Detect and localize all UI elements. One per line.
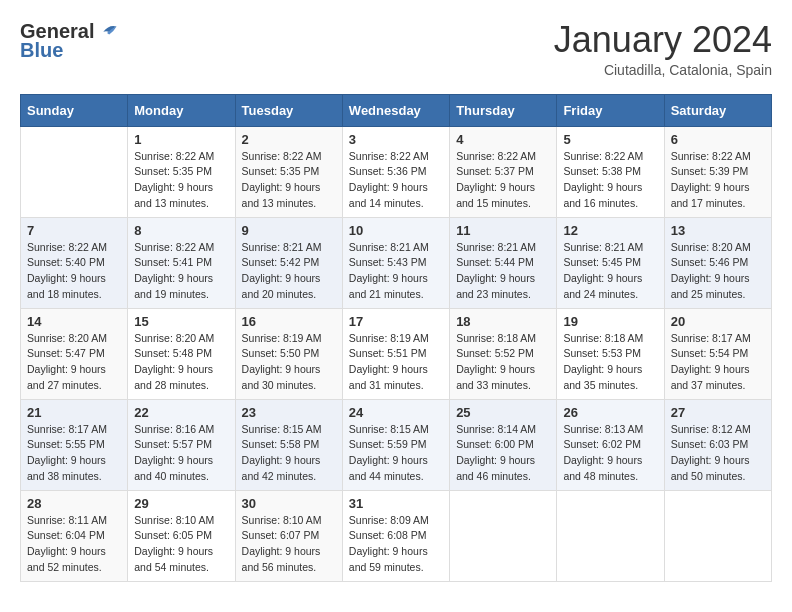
calendar-cell bbox=[664, 490, 771, 581]
header-friday: Friday bbox=[557, 94, 664, 126]
day-info: Sunrise: 8:09 AM Sunset: 6:08 PM Dayligh… bbox=[349, 513, 443, 576]
calendar-cell: 1Sunrise: 8:22 AM Sunset: 5:35 PM Daylig… bbox=[128, 126, 235, 217]
location: Ciutadilla, Catalonia, Spain bbox=[554, 62, 772, 78]
calendar-header-row: SundayMondayTuesdayWednesdayThursdayFrid… bbox=[21, 94, 772, 126]
calendar-cell: 12Sunrise: 8:21 AM Sunset: 5:45 PM Dayli… bbox=[557, 217, 664, 308]
day-info: Sunrise: 8:19 AM Sunset: 5:51 PM Dayligh… bbox=[349, 331, 443, 394]
calendar-cell: 3Sunrise: 8:22 AM Sunset: 5:36 PM Daylig… bbox=[342, 126, 449, 217]
day-number: 4 bbox=[456, 132, 550, 147]
week-row-1: 1Sunrise: 8:22 AM Sunset: 5:35 PM Daylig… bbox=[21, 126, 772, 217]
header: General Blue January 2024 Ciutadilla, Ca… bbox=[20, 20, 772, 78]
calendar-cell: 21Sunrise: 8:17 AM Sunset: 5:55 PM Dayli… bbox=[21, 399, 128, 490]
calendar-cell: 20Sunrise: 8:17 AM Sunset: 5:54 PM Dayli… bbox=[664, 308, 771, 399]
calendar-cell: 13Sunrise: 8:20 AM Sunset: 5:46 PM Dayli… bbox=[664, 217, 771, 308]
day-info: Sunrise: 8:21 AM Sunset: 5:44 PM Dayligh… bbox=[456, 240, 550, 303]
calendar-cell: 31Sunrise: 8:09 AM Sunset: 6:08 PM Dayli… bbox=[342, 490, 449, 581]
calendar-cell: 11Sunrise: 8:21 AM Sunset: 5:44 PM Dayli… bbox=[450, 217, 557, 308]
day-number: 18 bbox=[456, 314, 550, 329]
calendar-cell: 7Sunrise: 8:22 AM Sunset: 5:40 PM Daylig… bbox=[21, 217, 128, 308]
day-number: 6 bbox=[671, 132, 765, 147]
header-thursday: Thursday bbox=[450, 94, 557, 126]
day-number: 23 bbox=[242, 405, 336, 420]
day-info: Sunrise: 8:15 AM Sunset: 5:59 PM Dayligh… bbox=[349, 422, 443, 485]
day-number: 28 bbox=[27, 496, 121, 511]
day-info: Sunrise: 8:17 AM Sunset: 5:55 PM Dayligh… bbox=[27, 422, 121, 485]
day-info: Sunrise: 8:19 AM Sunset: 5:50 PM Dayligh… bbox=[242, 331, 336, 394]
calendar-cell: 6Sunrise: 8:22 AM Sunset: 5:39 PM Daylig… bbox=[664, 126, 771, 217]
week-row-5: 28Sunrise: 8:11 AM Sunset: 6:04 PM Dayli… bbox=[21, 490, 772, 581]
calendar-cell: 9Sunrise: 8:21 AM Sunset: 5:42 PM Daylig… bbox=[235, 217, 342, 308]
title-area: January 2024 Ciutadilla, Catalonia, Spai… bbox=[554, 20, 772, 78]
calendar-cell: 14Sunrise: 8:20 AM Sunset: 5:47 PM Dayli… bbox=[21, 308, 128, 399]
week-row-2: 7Sunrise: 8:22 AM Sunset: 5:40 PM Daylig… bbox=[21, 217, 772, 308]
calendar-cell bbox=[557, 490, 664, 581]
calendar-cell: 23Sunrise: 8:15 AM Sunset: 5:58 PM Dayli… bbox=[235, 399, 342, 490]
day-number: 10 bbox=[349, 223, 443, 238]
day-info: Sunrise: 8:21 AM Sunset: 5:45 PM Dayligh… bbox=[563, 240, 657, 303]
day-info: Sunrise: 8:22 AM Sunset: 5:40 PM Dayligh… bbox=[27, 240, 121, 303]
day-number: 12 bbox=[563, 223, 657, 238]
day-info: Sunrise: 8:14 AM Sunset: 6:00 PM Dayligh… bbox=[456, 422, 550, 485]
logo-bird-icon bbox=[96, 21, 118, 43]
day-info: Sunrise: 8:21 AM Sunset: 5:43 PM Dayligh… bbox=[349, 240, 443, 303]
day-info: Sunrise: 8:11 AM Sunset: 6:04 PM Dayligh… bbox=[27, 513, 121, 576]
header-monday: Monday bbox=[128, 94, 235, 126]
calendar-cell: 26Sunrise: 8:13 AM Sunset: 6:02 PM Dayli… bbox=[557, 399, 664, 490]
calendar-cell: 4Sunrise: 8:22 AM Sunset: 5:37 PM Daylig… bbox=[450, 126, 557, 217]
calendar-cell: 17Sunrise: 8:19 AM Sunset: 5:51 PM Dayli… bbox=[342, 308, 449, 399]
month-title: January 2024 bbox=[554, 20, 772, 60]
day-number: 17 bbox=[349, 314, 443, 329]
day-number: 24 bbox=[349, 405, 443, 420]
day-info: Sunrise: 8:20 AM Sunset: 5:47 PM Dayligh… bbox=[27, 331, 121, 394]
day-number: 31 bbox=[349, 496, 443, 511]
day-info: Sunrise: 8:10 AM Sunset: 6:07 PM Dayligh… bbox=[242, 513, 336, 576]
day-number: 22 bbox=[134, 405, 228, 420]
day-number: 16 bbox=[242, 314, 336, 329]
day-number: 14 bbox=[27, 314, 121, 329]
day-number: 15 bbox=[134, 314, 228, 329]
week-row-4: 21Sunrise: 8:17 AM Sunset: 5:55 PM Dayli… bbox=[21, 399, 772, 490]
day-info: Sunrise: 8:18 AM Sunset: 5:53 PM Dayligh… bbox=[563, 331, 657, 394]
calendar-cell: 28Sunrise: 8:11 AM Sunset: 6:04 PM Dayli… bbox=[21, 490, 128, 581]
day-number: 1 bbox=[134, 132, 228, 147]
calendar-cell bbox=[21, 126, 128, 217]
day-info: Sunrise: 8:10 AM Sunset: 6:05 PM Dayligh… bbox=[134, 513, 228, 576]
calendar-cell: 19Sunrise: 8:18 AM Sunset: 5:53 PM Dayli… bbox=[557, 308, 664, 399]
calendar-cell bbox=[450, 490, 557, 581]
header-saturday: Saturday bbox=[664, 94, 771, 126]
day-number: 3 bbox=[349, 132, 443, 147]
header-sunday: Sunday bbox=[21, 94, 128, 126]
day-number: 2 bbox=[242, 132, 336, 147]
calendar-cell: 24Sunrise: 8:15 AM Sunset: 5:59 PM Dayli… bbox=[342, 399, 449, 490]
calendar-cell: 29Sunrise: 8:10 AM Sunset: 6:05 PM Dayli… bbox=[128, 490, 235, 581]
calendar-cell: 18Sunrise: 8:18 AM Sunset: 5:52 PM Dayli… bbox=[450, 308, 557, 399]
logo: General Blue bbox=[20, 20, 118, 62]
day-number: 26 bbox=[563, 405, 657, 420]
day-number: 9 bbox=[242, 223, 336, 238]
day-number: 5 bbox=[563, 132, 657, 147]
day-info: Sunrise: 8:20 AM Sunset: 5:46 PM Dayligh… bbox=[671, 240, 765, 303]
day-number: 19 bbox=[563, 314, 657, 329]
header-wednesday: Wednesday bbox=[342, 94, 449, 126]
calendar-table: SundayMondayTuesdayWednesdayThursdayFrid… bbox=[20, 94, 772, 582]
day-info: Sunrise: 8:16 AM Sunset: 5:57 PM Dayligh… bbox=[134, 422, 228, 485]
logo-text: General Blue bbox=[20, 20, 118, 62]
calendar-cell: 27Sunrise: 8:12 AM Sunset: 6:03 PM Dayli… bbox=[664, 399, 771, 490]
day-info: Sunrise: 8:18 AM Sunset: 5:52 PM Dayligh… bbox=[456, 331, 550, 394]
day-info: Sunrise: 8:21 AM Sunset: 5:42 PM Dayligh… bbox=[242, 240, 336, 303]
day-number: 25 bbox=[456, 405, 550, 420]
day-number: 29 bbox=[134, 496, 228, 511]
calendar-cell: 16Sunrise: 8:19 AM Sunset: 5:50 PM Dayli… bbox=[235, 308, 342, 399]
week-row-3: 14Sunrise: 8:20 AM Sunset: 5:47 PM Dayli… bbox=[21, 308, 772, 399]
day-number: 21 bbox=[27, 405, 121, 420]
day-info: Sunrise: 8:22 AM Sunset: 5:36 PM Dayligh… bbox=[349, 149, 443, 212]
calendar-cell: 25Sunrise: 8:14 AM Sunset: 6:00 PM Dayli… bbox=[450, 399, 557, 490]
day-number: 13 bbox=[671, 223, 765, 238]
calendar-cell: 15Sunrise: 8:20 AM Sunset: 5:48 PM Dayli… bbox=[128, 308, 235, 399]
calendar-cell: 2Sunrise: 8:22 AM Sunset: 5:35 PM Daylig… bbox=[235, 126, 342, 217]
day-info: Sunrise: 8:22 AM Sunset: 5:41 PM Dayligh… bbox=[134, 240, 228, 303]
day-number: 11 bbox=[456, 223, 550, 238]
calendar-cell: 30Sunrise: 8:10 AM Sunset: 6:07 PM Dayli… bbox=[235, 490, 342, 581]
calendar-cell: 22Sunrise: 8:16 AM Sunset: 5:57 PM Dayli… bbox=[128, 399, 235, 490]
day-number: 20 bbox=[671, 314, 765, 329]
